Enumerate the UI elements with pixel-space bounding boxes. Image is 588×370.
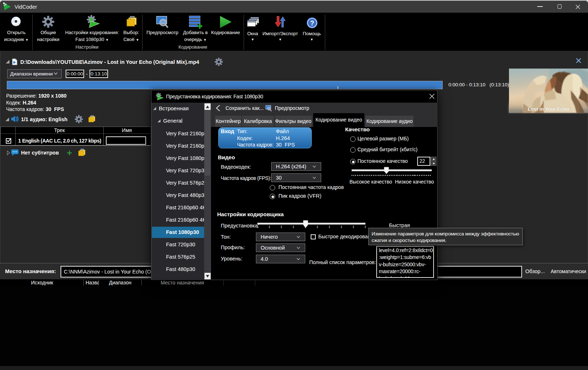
svg-text:Lost in Your Echo: Lost in Your Echo — [528, 106, 569, 112]
svg-text:?: ? — [310, 19, 314, 27]
